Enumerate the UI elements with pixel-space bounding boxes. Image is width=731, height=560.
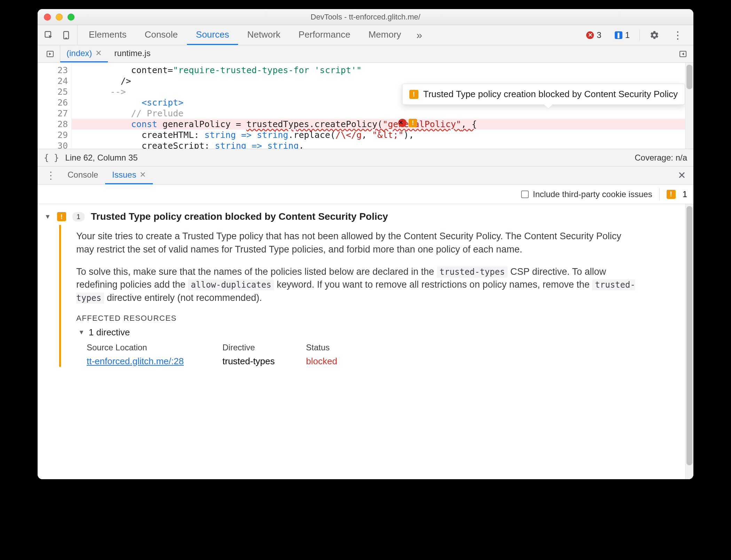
code-area[interactable]: content="require-trusted-types-for 'scri… <box>72 63 693 149</box>
drawer-tab-issues[interactable]: Issues ✕ <box>105 166 153 184</box>
inspect-element-icon[interactable] <box>44 30 54 40</box>
issue-tooltip: ! Trusted Type policy creation blocked b… <box>402 84 685 105</box>
tabs-overflow-button[interactable]: » <box>410 25 429 45</box>
window-title: DevTools - tt-enforced.glitch.me/ <box>38 13 693 22</box>
file-tabs-bar: (index) ✕ runtime.js <box>38 45 693 63</box>
divider <box>639 29 640 41</box>
tab-sources[interactable]: Sources <box>187 25 238 45</box>
issue-count-badge: 1 <box>72 212 85 221</box>
close-icon[interactable]: ✕ <box>95 49 102 58</box>
issues-filter-bar: Include third-party cookie issues ! 1 <box>38 185 693 204</box>
table-row: tt-enforced.glitch.me/:28 trusted-types … <box>87 356 637 367</box>
pretty-print-icon[interactable]: { } <box>44 153 59 163</box>
source-scrollbar[interactable] <box>685 63 693 149</box>
issue-body: Your site tries to create a Trusted Type… <box>59 225 651 367</box>
checkbox-icon[interactable] <box>521 190 529 198</box>
affected-resources-table: Source Location Directive Status tt-enfo… <box>87 343 637 367</box>
code-chip: allow-duplicates <box>188 279 274 290</box>
source-status-bar: { } Line 62, Column 35 Coverage: n/a <box>38 149 693 166</box>
col-header-status: Status <box>306 343 376 352</box>
file-tab-label: runtime.js <box>114 48 150 58</box>
divider <box>659 188 660 200</box>
messages-chip[interactable]: ❚ 1 <box>611 29 633 41</box>
devtools-window: DevTools - tt-enforced.glitch.me/ Elemen… <box>38 9 693 479</box>
drawer-tab-label: Issues <box>112 170 136 180</box>
tab-memory[interactable]: Memory <box>359 25 410 45</box>
status-chips: ✕ 3 ❚ 1 ⋮ <box>583 29 686 41</box>
warning-icon: ! <box>409 90 418 99</box>
warning-icon: ! <box>667 190 676 199</box>
coverage-status: Coverage: n/a <box>635 153 687 163</box>
cursor-position: Line 62, Column 35 <box>65 153 137 163</box>
tab-console[interactable]: Console <box>135 25 187 45</box>
sidebar-toggle-icon[interactable] <box>678 49 688 59</box>
file-tab-label: (index) <box>66 48 92 58</box>
file-tab-index[interactable]: (index) ✕ <box>60 45 108 62</box>
issues-scrollbar[interactable] <box>685 204 693 479</box>
tooltip-text: Trusted Type policy creation blocked by … <box>423 89 678 100</box>
message-icon: ❚ <box>615 31 622 39</box>
tab-network[interactable]: Network <box>238 25 289 45</box>
col-header-directive: Directive <box>222 343 306 352</box>
error-icon: ✕ <box>586 31 594 39</box>
close-icon[interactable]: ✕ <box>140 170 146 179</box>
drawer-close-icon[interactable]: ✕ <box>674 170 690 181</box>
directive-cell: trusted-types <box>222 356 306 367</box>
issues-panel: ▼ ! 1 Trusted Type policy creation block… <box>38 204 693 479</box>
messages-count: 1 <box>625 30 630 40</box>
tab-elements[interactable]: Elements <box>80 25 135 45</box>
more-menu-icon[interactable]: ⋮ <box>669 29 686 41</box>
directive-summary-row[interactable]: ▼ 1 directive <box>78 327 637 338</box>
main-tabs: Elements Console Sources Network Perform… <box>80 25 429 45</box>
device-toolbar-icon[interactable] <box>61 30 71 40</box>
directive-summary: 1 directive <box>89 327 130 338</box>
third-party-cookie-checkbox[interactable]: Include third-party cookie issues <box>521 189 652 199</box>
status-cell: blocked <box>306 356 376 367</box>
main-toolbar: Elements Console Sources Network Perform… <box>38 25 693 45</box>
error-icon: ✕ <box>398 119 407 127</box>
tab-performance[interactable]: Performance <box>290 25 360 45</box>
issue-paragraph-1: Your site tries to create a Trusted Type… <box>76 230 637 256</box>
errors-chip[interactable]: ✕ 3 <box>583 29 605 41</box>
checkbox-label: Include third-party cookie issues <box>533 189 652 199</box>
affected-resources-header: AFFECTED RESOURCES <box>76 314 637 323</box>
drawer-tabs: ⋮ Console Issues ✕ ✕ <box>38 166 693 185</box>
col-header-source-location: Source Location <box>87 343 222 352</box>
line-error-badges[interactable]: ✕ ! <box>398 119 417 127</box>
code-chip: trusted-types <box>437 266 508 278</box>
source-location-link[interactable]: tt-enforced.glitch.me/:28 <box>87 356 184 366</box>
navigator-toggle-icon[interactable] <box>45 49 55 59</box>
issues-warn-count: 1 <box>683 189 687 199</box>
disclosure-triangle-icon[interactable]: ▼ <box>45 213 51 220</box>
line-gutter: 2324252627282930 <box>38 63 72 149</box>
issue-title: Trusted Type policy creation blocked by … <box>91 211 388 222</box>
issue-paragraph-2: To solve this, make sure that the names … <box>76 265 637 305</box>
errors-count: 3 <box>597 30 601 40</box>
file-tab-runtime[interactable]: runtime.js <box>108 45 157 62</box>
titlebar: DevTools - tt-enforced.glitch.me/ <box>38 9 693 25</box>
drawer-tab-console[interactable]: Console <box>61 166 105 184</box>
disclosure-triangle-icon[interactable]: ▼ <box>78 329 85 336</box>
issue-header[interactable]: ▼ ! 1 Trusted Type policy creation block… <box>38 204 693 225</box>
source-editor[interactable]: 2324252627282930 content="require-truste… <box>38 63 693 149</box>
settings-gear-icon[interactable] <box>646 30 663 40</box>
warning-icon: ! <box>57 212 66 221</box>
drawer-more-icon[interactable]: ⋮ <box>41 170 61 181</box>
warning-icon: ! <box>409 119 417 127</box>
